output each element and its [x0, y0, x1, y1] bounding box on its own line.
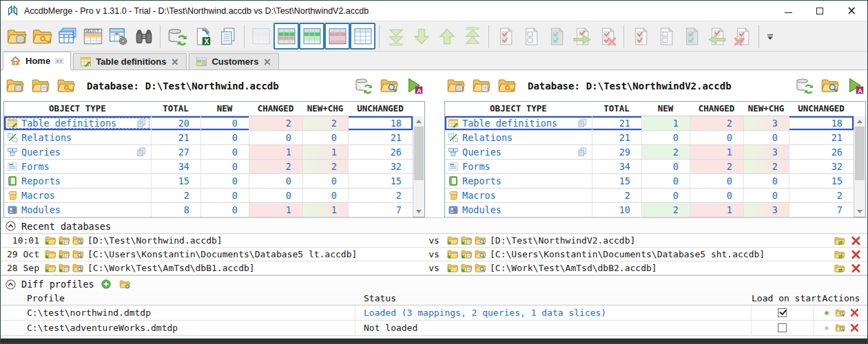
close-all-tabs-icon[interactable]: [54, 56, 64, 66]
copy-badge-icon[interactable]: [136, 147, 147, 158]
scroll-all-down-button[interactable]: [383, 23, 409, 50]
open-left-icon[interactable]: [446, 262, 459, 274]
recent-database-row[interactable]: 10:01[D:\Test\Northwind.accdb]vs[D:\Test…: [1, 234, 867, 248]
preview-database-icon[interactable]: [474, 235, 486, 246]
close-button[interactable]: ×: [836, 1, 867, 21]
more-commands-button[interactable]: [763, 23, 778, 50]
object-row-macros[interactable]: Macros20002: [445, 189, 854, 203]
open-left-icon[interactable]: [44, 235, 56, 246]
open-in-access-button[interactable]: A: [844, 74, 866, 98]
object-row-reports[interactable]: Reports1500015: [4, 174, 413, 189]
show-checked-left-button[interactable]: [544, 23, 569, 50]
load-on-start-checkbox[interactable]: [778, 308, 787, 317]
refresh-database-button[interactable]: [793, 74, 815, 98]
open-left-icon[interactable]: [44, 262, 56, 274]
table-definitions-button[interactable]: [54, 23, 80, 50]
browse-database-button[interactable]: [378, 74, 400, 98]
object-row-relations[interactable]: Relations2100021: [4, 131, 413, 145]
export-to-excel-button[interactable]: X: [189, 23, 215, 50]
scroll-all-up-button[interactable]: [459, 23, 485, 50]
object-row-relations[interactable]: Relations2100021: [445, 131, 854, 145]
filter-changed-button[interactable]: [324, 23, 350, 50]
merge-right-to-left-button[interactable]: [704, 23, 730, 50]
profile-row[interactable]: C:\test\adventureWorks.dmtdpNot loaded: [1, 321, 867, 336]
open-with-password-button[interactable]: [29, 23, 54, 50]
open-in-access-button[interactable]: A: [403, 74, 425, 98]
open-left-icon[interactable]: [44, 248, 56, 260]
copy-badge-icon[interactable]: [136, 118, 147, 129]
close-tab-icon[interactable]: [262, 57, 272, 67]
open-profile-icon[interactable]: [835, 308, 845, 318]
refresh-database-button[interactable]: [352, 74, 374, 98]
open-database-button[interactable]: [444, 74, 466, 98]
close-tab-icon[interactable]: [170, 57, 180, 67]
scrollbar-track[interactable]: [413, 180, 424, 206]
scroll-up-arrow[interactable]: [854, 116, 865, 127]
collapse-profiles-icon[interactable]: [5, 279, 17, 290]
reload-pair-icon[interactable]: [834, 235, 845, 246]
scroll-down-button[interactable]: [409, 23, 434, 50]
filter-new-and-changed-button[interactable]: [273, 23, 299, 50]
open-database-button[interactable]: [3, 74, 25, 98]
open-pair-icon[interactable]: [58, 248, 70, 260]
remove-profile-icon[interactable]: [849, 323, 860, 333]
tab-table-definitions[interactable]: Table definitions: [73, 53, 187, 69]
refresh-databases-button[interactable]: [164, 23, 189, 50]
reload-pair-icon[interactable]: [834, 263, 845, 274]
object-row-table-definitions[interactable]: Table definitions2112318: [445, 116, 854, 131]
object-row-forms[interactable]: Forms3402232: [445, 160, 854, 174]
remove-entry-icon[interactable]: [850, 249, 862, 260]
tab-customers[interactable]: Customers: [189, 53, 279, 69]
profile-row[interactable]: C:\test\northwind.dmtdpLoaded (3 mapping…: [1, 305, 867, 321]
object-row-forms[interactable]: Forms3402232: [4, 160, 413, 174]
open-with-password-button[interactable]: [54, 74, 76, 98]
cancel-left-button[interactable]: [595, 23, 620, 50]
remove-entry-icon[interactable]: [850, 263, 862, 274]
cancel-right-button[interactable]: [730, 23, 755, 50]
object-row-queries[interactable]: Queries2921326: [445, 145, 854, 160]
browse-database-button[interactable]: [818, 74, 840, 98]
tab-home[interactable]: Home: [3, 52, 71, 70]
recent-database-row[interactable]: 28 Sep[C:\Work\Test\AmTsd\dbB1.accdb]vs[…: [1, 261, 867, 275]
preview-database-icon[interactable]: [72, 248, 84, 260]
object-row-reports[interactable]: Reports1500015: [445, 174, 854, 189]
open-with-password-button[interactable]: [495, 74, 517, 98]
open-profile-icon[interactable]: [835, 323, 845, 333]
open-pair-icon[interactable]: [460, 262, 473, 274]
object-row-macros[interactable]: Macros20002: [4, 189, 413, 203]
scrollbar-thumb[interactable]: [414, 127, 424, 180]
minimize-button[interactable]: [772, 1, 804, 21]
scroll-up-arrow[interactable]: [413, 116, 424, 127]
open-left-icon[interactable]: [446, 248, 459, 260]
recent-database-row[interactable]: 29 Oct[C:\Users\Konstantin\Documents\Dat…: [1, 248, 867, 261]
preview-database-icon[interactable]: [474, 248, 486, 260]
open-pair-icon[interactable]: [460, 235, 473, 246]
open-pair-icon[interactable]: [460, 248, 473, 260]
select-query-button[interactable]: SELECT: [80, 23, 105, 50]
scrollbar-thumb[interactable]: [855, 127, 865, 180]
uncheck-all-left-button[interactable]: [518, 23, 544, 50]
scroll-down-arrow[interactable]: [854, 206, 865, 217]
show-checked-right-button[interactable]: [679, 23, 704, 50]
maximize-button[interactable]: [804, 1, 836, 21]
open-left-icon[interactable]: [446, 235, 459, 246]
vertical-scrollbar[interactable]: [413, 116, 424, 217]
scroll-down-arrow[interactable]: [413, 206, 424, 217]
open-pair-icon[interactable]: [58, 262, 70, 274]
add-profile-button[interactable]: [99, 278, 113, 290]
collapse-recent-icon[interactable]: [5, 220, 17, 232]
object-row-queries[interactable]: Queries2701126: [4, 145, 413, 160]
paste-database-path-button[interactable]: [29, 74, 51, 98]
merge-left-to-right-button[interactable]: [569, 23, 595, 50]
copy-badge-icon[interactable]: [577, 118, 588, 129]
reload-pair-icon[interactable]: [834, 249, 845, 260]
paste-database-path-button[interactable]: [470, 74, 492, 98]
preview-database-icon[interactable]: [72, 262, 84, 274]
scroll-up-button[interactable]: [434, 23, 459, 50]
preview-database-icon[interactable]: [72, 235, 84, 246]
copy-objects-button[interactable]: [215, 23, 240, 50]
vertical-scrollbar[interactable]: [854, 116, 865, 217]
uncheck-all-right-button[interactable]: [653, 23, 679, 50]
open-profile-folder-button[interactable]: [118, 278, 132, 290]
table-options-button[interactable]: [105, 23, 131, 50]
